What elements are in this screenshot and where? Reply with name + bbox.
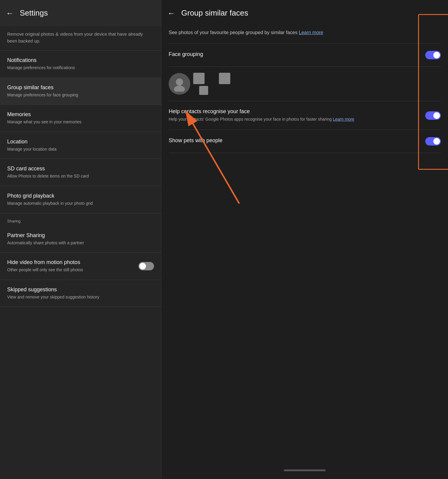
show-pets-knob: [433, 138, 440, 145]
sidebar-item-skipped-suggestions[interactable]: Skipped suggestions View and remove your…: [0, 280, 161, 307]
right-description: See photos of your favourite people grou…: [169, 26, 441, 43]
show-pets-toggle[interactable]: [425, 137, 441, 145]
hide-video-toggle[interactable]: [138, 262, 154, 270]
hide-video-title: Hide video from motion photos: [7, 259, 138, 266]
help-contacts-text: Help contacts recognise your face Help y…: [169, 108, 420, 122]
back-button-right[interactable]: ←: [167, 9, 175, 17]
learn-more-link-contacts[interactable]: Learn more: [333, 117, 354, 122]
sidebar-item-group-similar-faces[interactable]: Group similar faces Manage preferences f…: [0, 78, 161, 105]
skipped-suggestions-title: Skipped suggestions: [7, 287, 154, 293]
help-contacts-title: Help contacts recognise your face: [169, 108, 420, 115]
sidebar-item-photo-grid[interactable]: Photo grid playback Manage automatic pla…: [0, 186, 161, 213]
face-grouping-knob: [433, 52, 440, 58]
sd-card-title: SD card access: [7, 166, 154, 172]
skipped-suggestions-subtitle: View and remove your skipped suggestion …: [7, 294, 154, 300]
face-squares-group: [193, 73, 230, 95]
bottom-bar: [284, 469, 326, 471]
face-square-3: [199, 86, 208, 95]
right-panel: ← Group similar faces See photos of your…: [161, 0, 448, 479]
show-pets-title: Show pets with people: [169, 137, 425, 144]
face-square-1: [193, 73, 205, 84]
learn-more-link-top[interactable]: Learn more: [299, 30, 323, 35]
photo-grid-title: Photo grid playback: [7, 193, 154, 199]
left-panel: ← Settings Remove original photos & vide…: [0, 0, 161, 479]
toggle-knob: [139, 263, 146, 269]
sharing-section-header: Sharing: [0, 213, 161, 226]
svg-point-0: [176, 78, 183, 86]
right-content: See photos of your favourite people grou…: [161, 26, 448, 463]
show-pets-text: Show pets with people: [169, 137, 425, 145]
group-faces-title: Group similar faces: [7, 84, 154, 91]
memories-subtitle: Manage what you see in your memories: [7, 119, 154, 125]
memories-title: Memories: [7, 111, 154, 118]
sidebar-item-partner-sharing[interactable]: Partner Sharing Automatically share phot…: [0, 226, 161, 253]
face-avatar: [169, 73, 190, 95]
help-contacts-knob: [433, 112, 440, 119]
face-grouping-text: Face grouping: [169, 51, 425, 59]
hide-video-subtitle: Other people will only see the still pho…: [7, 267, 138, 273]
partner-sharing-subtitle: Automatically share photos with a partne…: [7, 240, 154, 246]
help-contacts-toggle[interactable]: [425, 111, 441, 120]
sidebar-item-hide-video[interactable]: Hide video from motion photos Other peop…: [0, 253, 161, 280]
notifications-title: Notifications: [7, 57, 154, 63]
sidebar-item-sd-card[interactable]: SD card access Allow Photos to delete it…: [0, 159, 161, 186]
sd-card-subtitle: Allow Photos to delete items on the SD c…: [7, 173, 154, 179]
face-square-2: [219, 73, 230, 84]
spacer: [209, 75, 215, 81]
help-contacts-subtitle: Help your contacts' Google Photos apps r…: [169, 116, 420, 122]
group-faces-subtitle: Manage preferences for face grouping: [7, 92, 154, 98]
notifications-subtitle: Manage preferences for notifications: [7, 65, 154, 71]
face-grouping-title: Face grouping: [169, 51, 425, 57]
face-icon: [172, 76, 187, 92]
sidebar-item-notifications[interactable]: Notifications Manage preferences for not…: [0, 51, 161, 78]
left-header: ← Settings: [0, 0, 161, 26]
location-subtitle: Manage your location data: [7, 146, 154, 152]
back-button-left[interactable]: ←: [6, 9, 14, 17]
sidebar-item-memories[interactable]: Memories Manage what you see in your mem…: [0, 105, 161, 132]
left-content: Remove original photos & videos from you…: [0, 26, 161, 479]
right-header: ← Group similar faces: [161, 0, 448, 26]
hide-video-text: Hide video from motion photos Other peop…: [7, 259, 138, 273]
svg-point-1: [174, 86, 185, 92]
face-grouping-row: Face grouping: [169, 44, 441, 67]
show-pets-row: Show pets with people: [169, 130, 441, 153]
photo-grid-subtitle: Manage automatic playback in your photo …: [7, 201, 154, 207]
sidebar-item-location[interactable]: Location Manage your location data: [0, 132, 161, 159]
help-contacts-row: Help contacts recognise your face Help y…: [169, 101, 441, 130]
right-panel-title: Group similar faces: [181, 8, 248, 18]
top-description: Remove original photos & videos from you…: [0, 26, 161, 51]
face-grouping-toggle[interactable]: [425, 51, 441, 59]
location-title: Location: [7, 139, 154, 145]
settings-title: Settings: [20, 8, 48, 18]
partner-sharing-title: Partner Sharing: [7, 232, 154, 239]
face-thumbnail-area: [169, 67, 441, 101]
